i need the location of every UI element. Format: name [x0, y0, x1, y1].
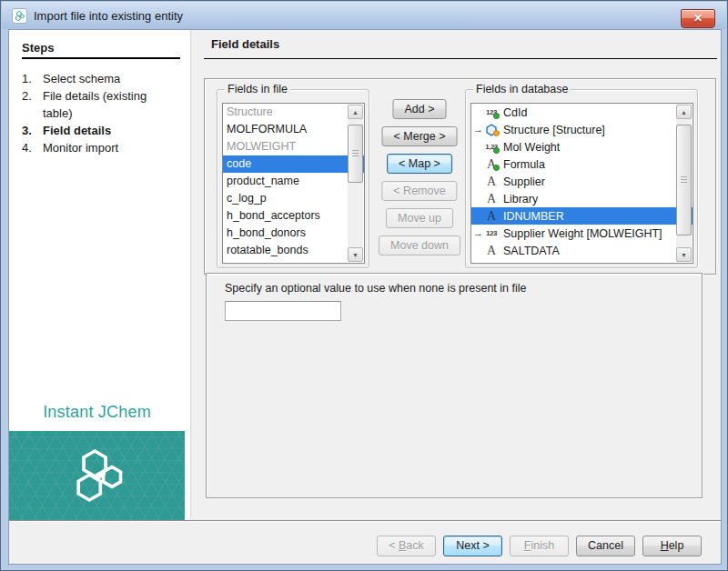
fields-in-database-legend: Fields in database — [473, 83, 571, 95]
window-title: Import file into existing entity — [34, 9, 183, 23]
scroll-down-icon[interactable]: ▼ — [348, 247, 363, 262]
back-button[interactable]: < Back — [377, 536, 436, 556]
db-field-label: Supplier — [500, 175, 545, 188]
app-logo-icon — [12, 8, 27, 24]
optional-value-input[interactable] — [225, 301, 341, 321]
step-number: 1. — [22, 70, 43, 87]
scrollbar-thumb[interactable] — [348, 125, 363, 183]
list-item[interactable]: h_bond_donors — [223, 225, 364, 242]
title-bar[interactable]: Import file into existing entity ✕ — [2, 2, 726, 29]
list-item[interactable]: c_log_p — [223, 190, 364, 207]
step-number: 3. — [22, 122, 43, 139]
db-field-row-mapped[interactable]: → 123 Supplier Weight [MOLWEIGHT] — [471, 225, 693, 242]
instant-jchem-logo-icon — [66, 444, 129, 507]
text-field-icon: A — [482, 242, 500, 259]
db-field-row[interactable]: A Formula — [471, 155, 693, 173]
db-field-label: Formula — [500, 158, 545, 171]
db-field-row-mapped[interactable]: → Structure [Structure] — [471, 121, 693, 138]
field-mapping-panel: Fields in file Structure MOLFORMULA MOLW… — [204, 78, 716, 275]
step-monitor-import: 4. Monitor import — [22, 139, 181, 156]
next-button[interactable]: Next > — [443, 536, 502, 556]
transfer-button-column: Add > < Merge > < Map > < Remove Move up… — [374, 79, 465, 275]
close-button[interactable]: ✕ — [681, 9, 715, 28]
fields-in-database-list[interactable]: 123 CdId → Structure [Structure — [470, 103, 693, 264]
file-list-scrollbar[interactable]: ▲ ▼ — [348, 105, 363, 262]
list-item[interactable]: acd_code — [223, 259, 364, 264]
brand-name: Instant JChem — [9, 403, 185, 422]
db-field-label: IDNUMBER — [500, 210, 564, 223]
db-field-row[interactable]: A Supplier — [471, 173, 693, 190]
list-item[interactable]: Structure — [223, 104, 364, 121]
step-label: File details (existing table) — [43, 87, 172, 122]
integer-field-icon: 123 — [482, 225, 500, 242]
mapped-arrow-icon: → — [473, 225, 482, 242]
db-field-row[interactable]: A Library — [471, 190, 693, 207]
db-field-label: LIQUID — [500, 262, 541, 265]
fields-in-file-list[interactable]: Structure MOLFORMULA MOLWEIGHT code prod… — [222, 103, 365, 264]
steps-heading: Steps — [22, 41, 54, 55]
db-field-row[interactable]: A SALTDATA — [471, 242, 693, 259]
db-list-scrollbar[interactable]: ▲ ▼ — [676, 105, 692, 262]
list-item[interactable]: MOLWEIGHT — [223, 138, 364, 155]
structure-field-icon — [482, 121, 500, 138]
steps-sidebar: Steps 1. Select schema 2. File details (… — [9, 30, 190, 520]
text-field-icon: A — [482, 207, 500, 225]
finish-button[interactable]: Finish — [510, 536, 569, 556]
wizard-footer: < Back Next > Finish Cancel Help — [377, 536, 702, 556]
merge-button[interactable]: < Merge > — [382, 126, 458, 146]
list-item[interactable]: product_name — [223, 173, 364, 190]
warning-badge-icon — [493, 130, 500, 136]
db-field-label: Mol Weight — [500, 141, 560, 154]
optional-value-panel: Specify an optional value to use when no… — [206, 273, 703, 498]
db-field-row-selected[interactable]: A IDNUMBER — [471, 207, 693, 225]
brand-panel — [9, 431, 185, 520]
text-field-icon: A — [482, 190, 500, 207]
dialog-content: Steps 1. Select schema 2. File details (… — [8, 29, 722, 565]
footer-separator — [9, 520, 721, 521]
scroll-up-icon[interactable]: ▲ — [676, 105, 692, 119]
text-field-icon: A — [482, 259, 500, 264]
db-field-row[interactable]: 1,23 Mol Weight — [471, 138, 693, 155]
list-item[interactable]: rotatable_bonds — [223, 242, 364, 259]
text-field-icon: A — [482, 173, 500, 190]
db-field-label: Structure [Structure] — [500, 124, 605, 136]
move-down-button[interactable]: Move down — [379, 235, 460, 255]
scroll-up-icon[interactable]: ▲ — [348, 105, 363, 119]
db-field-label: Library — [500, 193, 538, 205]
mapped-arrow-icon: → — [473, 121, 482, 138]
step-field-details-current: 3. Field details — [22, 122, 181, 139]
help-button[interactable]: Help — [642, 536, 702, 556]
db-field-row[interactable]: A LIQUID — [471, 259, 693, 264]
fields-in-file-group: Fields in file Structure MOLFORMULA MOLW… — [217, 89, 369, 268]
page-title: Field details — [211, 37, 279, 51]
list-item[interactable]: h_bond_acceptors — [223, 207, 364, 225]
map-button[interactable]: < Map > — [387, 154, 452, 174]
db-field-label: SALTDATA — [500, 245, 560, 257]
step-label: Monitor import — [43, 139, 172, 156]
scroll-down-icon[interactable]: ▼ — [676, 247, 692, 262]
steps-list: 1. Select schema 2. File details (existi… — [22, 70, 181, 156]
cancel-button[interactable]: Cancel — [576, 536, 635, 556]
step-label: Select schema — [43, 70, 172, 87]
steps-rule — [22, 57, 180, 59]
heading-rule — [204, 58, 717, 59]
step-select-schema: 1. Select schema — [22, 70, 181, 87]
scrollbar-thumb[interactable] — [676, 125, 692, 235]
list-item-selected[interactable]: code — [223, 155, 364, 173]
step-label: Field details — [43, 122, 172, 139]
db-field-row[interactable]: 123 CdId — [471, 104, 693, 121]
indexed-badge-icon — [493, 147, 500, 154]
optional-value-label: Specify an optional value to use when no… — [225, 282, 526, 295]
indexed-badge-icon — [493, 165, 500, 171]
remove-button[interactable]: < Remove — [381, 181, 457, 201]
step-file-details: 2. File details (existing table) — [22, 87, 181, 122]
fields-in-file-legend: Fields in file — [225, 83, 290, 95]
indexed-badge-icon — [493, 113, 500, 119]
move-up-button[interactable]: Move up — [386, 208, 453, 228]
list-item[interactable]: MOLFORMULA — [223, 121, 364, 138]
db-field-label: Supplier Weight [MOLWEIGHT] — [500, 227, 662, 240]
step-number: 2. — [22, 87, 43, 122]
add-button[interactable]: Add > — [392, 99, 446, 119]
integer-field-icon: 123 — [482, 104, 500, 121]
fields-in-database-group: Fields in database 123 CdId → — [465, 89, 698, 268]
